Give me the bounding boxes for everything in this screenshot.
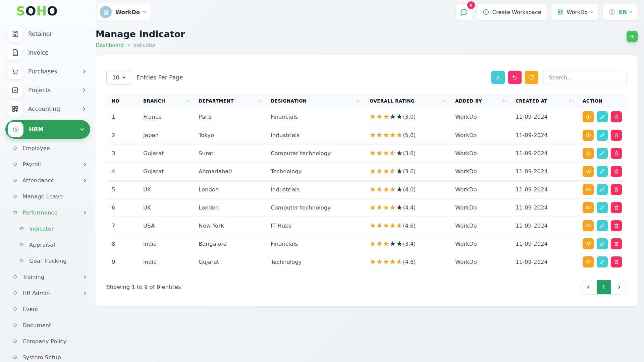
delete-button[interactable] <box>611 256 622 267</box>
current-page-button[interactable]: 1 <box>597 280 611 294</box>
rating-value: (4.4) <box>403 204 416 211</box>
sidebar-item-label: Indicator <box>29 226 54 232</box>
view-button[interactable] <box>583 184 594 195</box>
view-button[interactable] <box>583 202 594 213</box>
bullet-icon <box>13 291 17 295</box>
designation-cell: Computer technology <box>267 144 366 162</box>
sidebar-item-event[interactable]: Event <box>0 302 96 316</box>
view-button[interactable] <box>583 238 594 249</box>
delete-button[interactable] <box>611 130 622 141</box>
delete-button[interactable] <box>611 202 622 213</box>
edit-button[interactable] <box>597 166 608 177</box>
edit-button[interactable] <box>597 148 608 159</box>
column-header-added-by[interactable]: ADDED BY↑↓ <box>452 94 512 108</box>
star-filled-icon: ★ <box>389 204 396 211</box>
view-button[interactable] <box>583 111 594 122</box>
breadcrumb-dashboard-link[interactable]: Dashboard <box>96 42 124 48</box>
sidebar-item-label: Document <box>22 322 51 328</box>
delete-button[interactable] <box>611 184 622 195</box>
edit-button[interactable] <box>597 184 608 195</box>
created-at-cell: 11-09-2024 <box>512 180 579 198</box>
sidebar-item-performance[interactable]: Performance <box>0 206 96 219</box>
sidebar-item-appraisal[interactable]: Appraisal <box>0 238 96 251</box>
create-workspace-label: Create Workspace <box>492 9 541 15</box>
pencil-icon <box>600 150 605 156</box>
sort-icon[interactable]: ↑↓ <box>502 99 509 103</box>
sidebar-item-purchases[interactable]: Purchases <box>7 64 94 79</box>
column-header-overall-rating[interactable]: OVERALL RATING↑↓ <box>366 94 452 108</box>
sidebar-item-label: Manage Leave <box>22 193 63 200</box>
edit-button[interactable] <box>597 238 608 249</box>
sort-icon[interactable]: ↑↓ <box>356 99 363 103</box>
sidebar-item-invoice[interactable]: Invoice <box>7 45 94 60</box>
sidebar-item-company-policy[interactable]: Company Policy <box>0 335 96 348</box>
sidebar-item-training[interactable]: Training <box>0 270 96 284</box>
entries-per-page-select[interactable]: 10 <box>106 70 131 85</box>
sidebar-item-projects[interactable]: Projects <box>7 82 94 98</box>
star-half-icon: ☆★ <box>396 258 402 265</box>
reset-button[interactable] <box>508 71 522 84</box>
rating-cell: ★★★★★(3.0) <box>366 108 452 126</box>
sort-icon[interactable]: ↑↓ <box>569 99 576 103</box>
delete-button[interactable] <box>611 238 622 249</box>
edit-button[interactable] <box>597 256 608 267</box>
sidebar-item-hrm[interactable]: HRM <box>5 120 90 139</box>
entries-label: Entries Per Page <box>137 74 183 81</box>
messages-button[interactable]: 0 <box>456 4 473 20</box>
bullet-icon <box>20 227 23 230</box>
chevron-right-icon <box>82 69 85 73</box>
sort-icon[interactable]: ↑↓ <box>185 99 192 103</box>
add-indicator-button[interactable] <box>627 31 638 42</box>
sidebar-item-payroll[interactable]: Payroll <box>0 158 96 171</box>
workspace-switcher-button[interactable]: WorkDo <box>551 4 599 20</box>
edit-button[interactable] <box>597 202 608 213</box>
delete-button[interactable] <box>611 148 622 159</box>
next-page-button[interactable] <box>611 280 627 294</box>
view-button[interactable] <box>583 130 594 141</box>
edit-button[interactable] <box>597 111 608 122</box>
sort-icon[interactable]: ↑↓ <box>257 99 264 103</box>
sidebar-item-retainer[interactable]: Retainer <box>7 26 94 42</box>
sidebar-item-hr-admin[interactable]: HR Admin <box>0 286 96 300</box>
pencil-icon <box>600 259 605 264</box>
workspace-pill[interactable]: WorkDo <box>97 3 151 21</box>
sidebar-item-label: Event <box>22 306 38 312</box>
sidebar-item-employee[interactable]: Employee <box>0 141 96 155</box>
chat-icon <box>460 8 468 16</box>
edit-button[interactable] <box>597 130 608 141</box>
sort-icon[interactable]: ↑↓ <box>442 99 448 103</box>
bullet-icon <box>13 195 17 198</box>
column-header-designation[interactable]: DESIGNATION↑↓ <box>267 94 366 108</box>
branch-cell: USA <box>140 217 195 235</box>
export-button[interactable] <box>491 71 505 84</box>
view-button[interactable] <box>583 220 594 231</box>
delete-button[interactable] <box>611 166 622 177</box>
sidebar-item-manage-leave[interactable]: Manage Leave <box>0 190 96 203</box>
column-header-branch[interactable]: BRANCH↑↓ <box>140 94 195 108</box>
column-header-department[interactable]: DEPARTMENT↑↓ <box>195 94 267 108</box>
delete-button[interactable] <box>611 111 622 122</box>
added-by-cell: WorkDo <box>452 235 512 253</box>
refresh-button[interactable] <box>525 71 538 84</box>
column-header-no: NO <box>106 94 140 108</box>
sidebar-item-system-setup[interactable]: System Setup <box>0 351 96 362</box>
designation-cell: Financials <box>267 108 366 126</box>
sidebar-item-document[interactable]: Document <box>0 318 96 332</box>
column-header-created-at[interactable]: CREATED AT↑↓ <box>512 94 579 108</box>
sidebar-item-label: Invoice <box>28 49 49 56</box>
sidebar-item-goal-tracking[interactable]: Goal Tracking <box>0 254 96 267</box>
delete-button[interactable] <box>611 220 622 231</box>
sidebar-item-attendance[interactable]: Attendance <box>0 174 96 187</box>
search-input[interactable] <box>543 70 627 85</box>
app-logo: SOHO <box>0 4 96 19</box>
view-button[interactable] <box>583 166 594 177</box>
sidebar-item-indicator[interactable]: Indicator <box>0 222 96 235</box>
view-button[interactable] <box>583 256 594 267</box>
view-button[interactable] <box>583 148 594 159</box>
language-selector[interactable]: EN <box>603 4 638 20</box>
table-row: 3GujaratSuratComputer technology★★★☆★★(3… <box>106 144 627 162</box>
edit-button[interactable] <box>597 220 608 231</box>
sidebar-item-accounting[interactable]: Accounting <box>7 101 94 117</box>
create-workspace-button[interactable]: Create Workspace <box>477 4 547 20</box>
prev-page-button[interactable] <box>581 280 597 294</box>
